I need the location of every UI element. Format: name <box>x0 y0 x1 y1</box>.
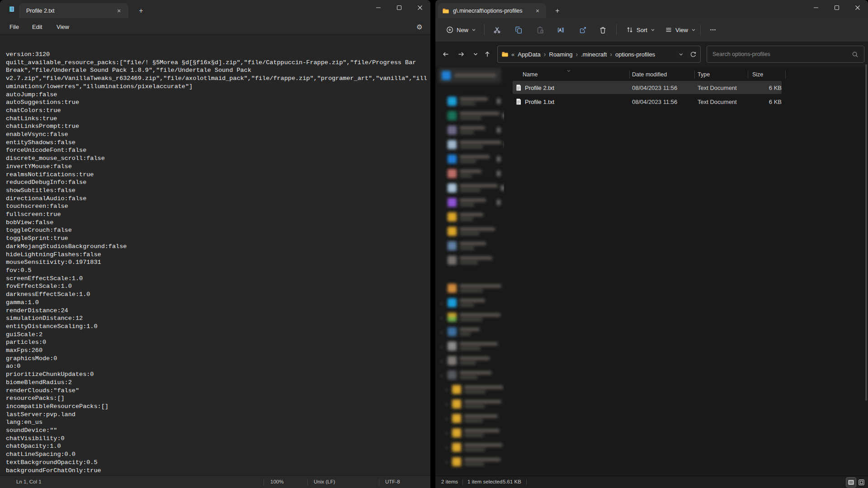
text-line: toggleCrouch:false <box>6 226 430 235</box>
sidebar-item[interactable]: › <box>435 310 504 324</box>
explorer-window-controls <box>806 0 868 15</box>
explorer-new-tab-button[interactable]: + <box>552 5 563 16</box>
sidebar-item[interactable]: › <box>435 382 504 397</box>
notepad-minimize-button[interactable] <box>368 0 389 15</box>
zoom-level[interactable]: 100% <box>270 479 283 484</box>
sidebar-item[interactable] <box>435 108 504 123</box>
sidebar-item[interactable] <box>435 253 504 267</box>
details-view-icon <box>848 479 854 486</box>
breadcrumb-item[interactable]: options-profiles <box>613 50 657 59</box>
sidebar-item[interactable]: › <box>435 397 504 411</box>
sidebar-item[interactable] <box>435 166 504 181</box>
search-box[interactable] <box>707 46 864 63</box>
text-line: darkMojangStudiosBackground:false <box>6 243 430 251</box>
explorer-minimize-button[interactable] <box>806 0 826 15</box>
settings-gear-icon[interactable]: ⚙ <box>414 22 425 33</box>
notepad-text-editor[interactable]: version:3120quilt_available_resource_pac… <box>0 34 430 475</box>
sort-button[interactable]: Sort <box>622 23 660 37</box>
menu-file[interactable]: File <box>5 21 23 32</box>
text-line: fovEffectScale:1.0 <box>6 282 430 291</box>
search-input[interactable] <box>707 51 852 57</box>
sidebar-item-label <box>460 227 500 235</box>
breadcrumb-overflow[interactable]: « <box>509 50 515 59</box>
column-header-date[interactable]: Date modified <box>632 71 667 78</box>
sidebar-item[interactable] <box>435 281 504 296</box>
forward-button[interactable] <box>454 47 468 61</box>
rename-button[interactable] <box>553 23 570 37</box>
new-button-label: New <box>457 27 468 33</box>
address-dropdown-chevron-icon[interactable] <box>679 52 684 57</box>
breadcrumb-item[interactable]: Roaming <box>547 50 575 59</box>
new-button[interactable]: New <box>442 23 481 37</box>
notepad-statusbar: Ln 1, Col 1 100% Unix (LF) UTF-8 <box>0 475 430 488</box>
column-header-name[interactable]: Name <box>523 71 538 78</box>
menu-edit[interactable]: Edit <box>28 21 46 32</box>
sidebar-item[interactable] <box>435 195 504 210</box>
home-icon <box>442 71 451 80</box>
sidebar-item[interactable] <box>435 224 504 239</box>
more-options-button[interactable] <box>705 23 721 37</box>
sidebar-item[interactable] <box>435 210 504 224</box>
text-line: version:3120 <box>6 51 430 59</box>
sidebar-item[interactable] <box>435 181 504 195</box>
notepad-new-tab-button[interactable]: + <box>136 5 146 16</box>
view-button[interactable]: View <box>660 23 700 37</box>
explorer-close-button[interactable] <box>847 0 868 15</box>
sidebar-item-home[interactable] <box>438 68 501 83</box>
explorer-tab-close-icon[interactable]: × <box>533 6 542 16</box>
sidebar-item[interactable]: › <box>435 426 504 440</box>
sidebar-item[interactable]: › <box>435 339 504 353</box>
explorer-maximize-button[interactable] <box>826 0 847 15</box>
line-ending[interactable]: Unix (LF) <box>314 479 335 484</box>
text-line: realmsNotifications:true <box>6 171 430 179</box>
copy-button[interactable] <box>510 23 527 37</box>
encoding[interactable]: UTF-8 <box>385 479 400 484</box>
sidebar-item[interactable]: › <box>435 455 504 469</box>
sidebar-item[interactable] <box>435 239 504 253</box>
sidebar-item[interactable]: › <box>435 324 504 339</box>
column-header-type[interactable]: Type <box>698 71 710 78</box>
sidebar-item[interactable] <box>435 137 504 152</box>
file-row[interactable]: Profile 1.txt08/04/2023 11:56Text Docume… <box>504 94 868 108</box>
sidebar-item[interactable]: › <box>435 353 504 368</box>
explorer-tab[interactable]: g\.minecraft\options-profiles × <box>438 3 546 18</box>
file-row[interactable]: Profile 2.txt08/04/2023 11:56Text Docume… <box>504 80 868 94</box>
delete-button[interactable] <box>594 23 611 37</box>
notepad-maximize-button[interactable] <box>389 0 410 15</box>
sidebar-item-icon <box>448 169 457 178</box>
sidebar-scrollbar[interactable] <box>865 64 867 401</box>
text-line: toggleSprint:true <box>6 235 430 243</box>
details-view-button[interactable] <box>846 478 856 487</box>
breadcrumb-item[interactable]: .minecraft <box>579 50 609 59</box>
sort-arrows-icon <box>626 26 633 33</box>
paste-button[interactable] <box>532 23 549 37</box>
icons-view-button[interactable] <box>857 478 866 487</box>
sidebar-item[interactable]: › <box>435 440 504 455</box>
sidebar-item[interactable]: › <box>435 411 504 426</box>
share-button[interactable] <box>575 23 591 37</box>
text-line: chatColors:true <box>6 107 430 115</box>
sidebar-item[interactable] <box>435 123 504 137</box>
notepad-tab[interactable]: Profile 2.txt × <box>19 3 128 18</box>
breadcrumb[interactable]: « AppData›Roaming›.minecraft›options-pro… <box>497 46 701 63</box>
refresh-icon[interactable] <box>690 51 697 58</box>
text-line: gamma:1.0 <box>6 299 430 307</box>
cut-button[interactable] <box>489 23 505 37</box>
breadcrumb-separator-icon: › <box>543 51 547 58</box>
text-line: lang:en_us <box>6 418 430 427</box>
notepad-tab-close-icon[interactable]: × <box>114 6 124 16</box>
icons-view-icon <box>858 479 865 486</box>
sidebar-item[interactable] <box>435 152 504 166</box>
sidebar-item[interactable]: › <box>435 368 504 382</box>
back-button[interactable] <box>439 47 453 61</box>
menu-view[interactable]: View <box>52 21 73 32</box>
search-icon[interactable] <box>852 51 859 58</box>
breadcrumb-item[interactable]: AppData <box>515 50 543 59</box>
sidebar-item[interactable] <box>435 94 504 108</box>
sidebar-item-icon <box>448 97 457 106</box>
sidebar-item[interactable]: › <box>435 296 504 310</box>
column-header-size[interactable]: Size <box>752 71 763 78</box>
up-button[interactable] <box>481 47 494 61</box>
explorer-sidebar[interactable]: ›››››››››››› <box>435 67 504 476</box>
notepad-close-button[interactable] <box>410 0 430 15</box>
